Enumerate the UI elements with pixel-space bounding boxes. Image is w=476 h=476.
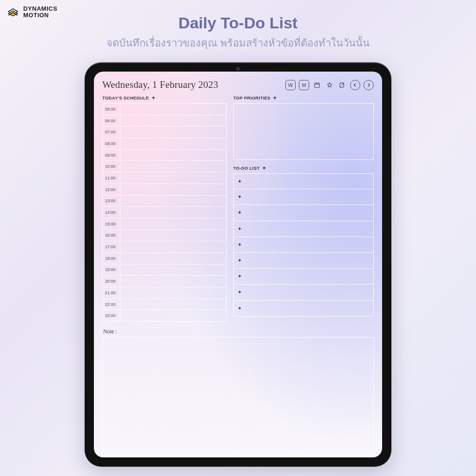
headline-title: Daily To-Do List bbox=[0, 14, 476, 32]
schedule-row[interactable] bbox=[120, 115, 226, 127]
next-button[interactable] bbox=[364, 80, 374, 90]
time-label: 10:00 bbox=[103, 161, 120, 172]
priorities-title: TOP PRIORITIES ✦ bbox=[233, 95, 374, 100]
sparkle-icon: ✦ bbox=[152, 95, 155, 100]
todo-title: TO-DO LIST ✦ bbox=[233, 165, 374, 171]
schedule-lines[interactable] bbox=[120, 104, 226, 321]
week-button[interactable]: W bbox=[285, 80, 296, 90]
schedule-row[interactable] bbox=[120, 150, 226, 161]
time-label: 09:00 bbox=[103, 150, 120, 161]
time-label: 17:00 bbox=[103, 241, 120, 253]
time-label: 18:00 bbox=[103, 253, 120, 264]
schedule-row[interactable] bbox=[120, 310, 226, 321]
todo-row[interactable]: ✦ bbox=[233, 284, 374, 300]
schedule-title-text: TODAY'S SCHEDULE bbox=[102, 95, 149, 100]
time-label: 08:00 bbox=[103, 138, 120, 150]
todo-box: ✦✦✦✦✦✦✦✦✦ bbox=[233, 173, 374, 317]
time-label: 07:00 bbox=[103, 126, 120, 138]
note-area: Note : bbox=[102, 328, 374, 456]
todo-row[interactable]: ✦ bbox=[233, 189, 374, 205]
time-label: 14:00 bbox=[103, 207, 120, 218]
schedule-row[interactable] bbox=[120, 287, 226, 299]
planner-header: Wednesday, 1 February 2023 W M bbox=[102, 79, 374, 91]
note-label: Note : bbox=[103, 328, 374, 335]
schedule-column: TODAY'S SCHEDULE ✦ 05:0006:0007:0008:000… bbox=[102, 95, 227, 322]
todo-row[interactable]: ✦ bbox=[233, 205, 374, 221]
schedule-row[interactable] bbox=[120, 138, 226, 150]
schedule-row[interactable] bbox=[120, 230, 226, 242]
schedule-row[interactable] bbox=[120, 241, 226, 253]
time-label: 15:00 bbox=[103, 218, 120, 230]
schedule-row[interactable] bbox=[120, 184, 226, 196]
time-label: 21:00 bbox=[103, 287, 120, 299]
svg-rect-0 bbox=[315, 83, 320, 87]
todo-row[interactable]: ✦ bbox=[233, 253, 374, 269]
schedule-row[interactable] bbox=[120, 276, 226, 287]
time-label: 13:00 bbox=[103, 196, 120, 207]
schedule-row[interactable] bbox=[120, 253, 226, 264]
time-label: 05:00 bbox=[103, 104, 120, 115]
todo-row[interactable]: ✦ bbox=[233, 269, 374, 284]
schedule-row[interactable] bbox=[120, 218, 226, 230]
time-label: 20:00 bbox=[103, 276, 120, 287]
time-label: 12:00 bbox=[103, 184, 120, 196]
planner-date: Wednesday, 1 February 2023 bbox=[102, 79, 218, 91]
time-label: 22:00 bbox=[103, 299, 120, 311]
tablet-frame: Wednesday, 1 February 2023 W M bbox=[85, 62, 391, 467]
todo-row[interactable]: ✦ bbox=[233, 237, 374, 253]
columns: TODAY'S SCHEDULE ✦ 05:0006:0007:0008:000… bbox=[102, 95, 374, 322]
sparkle-icon: ✦ bbox=[273, 95, 277, 100]
headline: Daily To-Do List จดบันทึกเรื่องราวของคุณ… bbox=[0, 14, 476, 51]
edit-icon[interactable] bbox=[337, 80, 347, 90]
schedule-row[interactable] bbox=[120, 196, 226, 207]
priorities-title-text: TOP PRIORITIES bbox=[233, 95, 271, 100]
right-column: TOP PRIORITIES ✦ TO-DO LIST ✦ ✦✦✦✦✦✦✦✦✦ bbox=[233, 95, 374, 322]
calendar-icon[interactable] bbox=[312, 80, 322, 90]
time-label: 16:00 bbox=[103, 230, 120, 242]
time-label: 19:00 bbox=[103, 264, 120, 276]
time-label: 11:00 bbox=[103, 172, 120, 184]
sparkle-icon: ✦ bbox=[262, 165, 266, 171]
planner-screen: Wednesday, 1 February 2023 W M bbox=[94, 72, 382, 457]
headline-subtitle: จดบันทึกเรื่องราวของคุณ พร้อมสร้างหัวข้อ… bbox=[0, 35, 476, 51]
schedule-row[interactable] bbox=[120, 126, 226, 138]
schedule-row[interactable] bbox=[120, 104, 226, 115]
camera-icon bbox=[236, 66, 240, 71]
time-label: 06:00 bbox=[103, 115, 120, 127]
star-icon[interactable] bbox=[325, 80, 334, 90]
prev-button[interactable] bbox=[350, 80, 360, 90]
schedule-title: TODAY'S SCHEDULE ✦ bbox=[102, 95, 227, 100]
brand-line1: DYNAMICS bbox=[23, 6, 57, 12]
month-button[interactable]: M bbox=[299, 80, 309, 90]
priorities-box[interactable] bbox=[233, 103, 374, 160]
todo-row[interactable]: ✦ bbox=[233, 173, 374, 189]
schedule-row[interactable] bbox=[120, 299, 226, 311]
schedule-box[interactable]: 05:0006:0007:0008:0009:0010:0011:0012:00… bbox=[102, 103, 227, 322]
time-column: 05:0006:0007:0008:0009:0010:0011:0012:00… bbox=[103, 104, 120, 321]
schedule-row[interactable] bbox=[120, 161, 226, 172]
toolbar: W M bbox=[285, 80, 374, 90]
note-box[interactable] bbox=[102, 337, 374, 456]
time-label: 23:00 bbox=[103, 310, 120, 321]
todo-title-text: TO-DO LIST bbox=[233, 165, 260, 171]
todo-row[interactable]: ✦ bbox=[233, 301, 374, 317]
schedule-row[interactable] bbox=[120, 172, 226, 184]
todo-row[interactable]: ✦ bbox=[233, 221, 374, 237]
schedule-row[interactable] bbox=[120, 264, 226, 276]
schedule-row[interactable] bbox=[120, 207, 226, 218]
